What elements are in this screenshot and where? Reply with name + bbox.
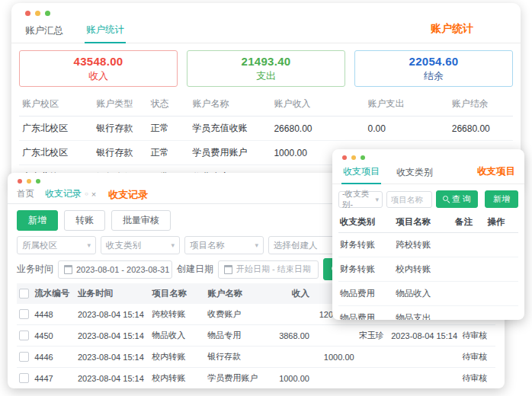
balance-value: 22054.60 bbox=[355, 55, 512, 68]
column-header: 备注 bbox=[453, 212, 486, 233]
status-badge: 待审核 bbox=[460, 368, 495, 389]
biz-time-label: 业务时间 bbox=[17, 263, 53, 276]
tab-label: 收支记录 bbox=[45, 187, 82, 200]
record-link[interactable]: 4450 bbox=[32, 325, 75, 346]
expense-stat-card: 21493.40 支出 bbox=[187, 50, 345, 87]
category-select[interactable]: 收支类别▾ bbox=[101, 236, 180, 254]
row-checkbox[interactable] bbox=[19, 373, 29, 383]
record-link[interactable]: 4448 bbox=[32, 304, 75, 325]
tab-account-summary[interactable]: 账户汇总 bbox=[24, 21, 65, 43]
tab-home[interactable]: 首页 bbox=[17, 188, 34, 200]
stats-tabbar: 账户汇总 账户统计 账户统计 bbox=[11, 16, 521, 43]
minimize-window-icon[interactable] bbox=[35, 11, 40, 16]
column-header: 项目名称 bbox=[149, 283, 205, 304]
column-header: 操作 bbox=[486, 212, 519, 233]
desktop: 账户汇总 账户统计 账户统计 43548.00 收入 21493.40 支出 2… bbox=[0, 0, 532, 396]
table-row: 物品费用物品收入 bbox=[338, 282, 518, 306]
income-label: 收入 bbox=[20, 69, 177, 83]
tab-income-expense-categories[interactable]: 收支类别 bbox=[395, 164, 434, 184]
items-filter-row: -收支类别-▾ 查 询 新增 bbox=[332, 184, 524, 212]
column-header: 业务时间 bbox=[75, 283, 149, 304]
campus-select[interactable]: 所属校区▾ bbox=[17, 236, 96, 254]
items-tabbar: 收支项目 收支类别 收支项目 bbox=[332, 160, 524, 184]
chevron-down-icon: ▾ bbox=[87, 241, 91, 249]
create-date-label: 创建日期 bbox=[177, 263, 213, 276]
items-table: 收支类别 项目名称 备注 操作 财务转账跨校转账 财务转账校内转账 物品费用物品… bbox=[338, 212, 518, 320]
tab-income-expense-records[interactable]: 收支记录 ○ × bbox=[45, 187, 96, 200]
column-header: 流水编号 bbox=[32, 283, 75, 304]
status-badge: 待审核 bbox=[460, 346, 495, 368]
table-row: 物品费用物品支出 bbox=[338, 306, 518, 321]
annotation-records: 收支记录 bbox=[108, 188, 148, 202]
column-header: 收入 bbox=[270, 283, 312, 304]
income-stat-card: 43548.00 收入 bbox=[19, 50, 178, 87]
column-header: 账户支出 bbox=[365, 92, 449, 117]
table-row: 财务转账跨校转账 bbox=[338, 233, 518, 257]
column-header: 账户结余 bbox=[449, 92, 513, 117]
window-controls bbox=[11, 3, 521, 16]
expense-value: 21493.40 bbox=[187, 55, 345, 68]
project-name-input[interactable] bbox=[386, 191, 432, 208]
table-row: 广东北校区银行存款正常学员充值收账26680.000.0026680.00 bbox=[19, 117, 513, 141]
add-button[interactable]: 新增 bbox=[485, 190, 518, 208]
column-header: 账户名称 bbox=[205, 283, 270, 304]
balance-stat-card: 22054.60 结余 bbox=[354, 50, 513, 87]
select-all-checkbox[interactable] bbox=[19, 289, 29, 299]
category-select[interactable]: -收支类别-▾ bbox=[338, 191, 383, 208]
create-date-range-input[interactable]: 开始日期 - 结束日期 bbox=[218, 260, 319, 279]
table-header-row: 收支类别 项目名称 备注 操作 bbox=[338, 212, 518, 233]
table-row: 财务转账校内转账 bbox=[338, 257, 518, 282]
project-select[interactable]: 项目名称▾ bbox=[184, 236, 264, 254]
row-checkbox[interactable] bbox=[19, 309, 29, 319]
column-header: 账户类型 bbox=[93, 92, 147, 117]
search-button[interactable]: 查 询 bbox=[436, 190, 478, 208]
circle-icon: ○ bbox=[85, 190, 88, 197]
maximize-window-icon[interactable] bbox=[45, 11, 50, 16]
annotation-items: 收支项目 bbox=[477, 165, 515, 178]
close-window-icon[interactable] bbox=[25, 11, 30, 16]
column-header: 账户名称 bbox=[190, 92, 271, 117]
stat-cards: 43548.00 收入 21493.40 支出 22054.60 结余 bbox=[11, 43, 521, 90]
row-checkbox[interactable] bbox=[19, 331, 29, 340]
table-header-row: 账户校区 账户类型 状态 账户名称 账户收入 账户支出 账户结余 bbox=[19, 92, 513, 117]
chevron-down-icon: ▾ bbox=[375, 196, 379, 203]
annotation-account-stats: 账户统计 bbox=[431, 22, 473, 36]
add-button[interactable]: 新增 bbox=[17, 210, 58, 231]
tab-account-statistics[interactable]: 账户统计 bbox=[85, 21, 126, 43]
income-value: 43548.00 bbox=[20, 55, 177, 68]
window-transaction-items: 收支项目 收支类别 收支项目 -收支类别-▾ 查 询 新增 收支类别 项目名称 … bbox=[332, 149, 524, 320]
column-header: 项目名称 bbox=[394, 212, 453, 233]
column-header: 账户校区 bbox=[19, 92, 93, 117]
record-link[interactable]: 4446 bbox=[32, 346, 75, 368]
record-link[interactable]: 4447 bbox=[32, 368, 75, 389]
expense-label: 支出 bbox=[187, 69, 345, 83]
tab-income-expense-items[interactable]: 收支项目 bbox=[341, 163, 381, 184]
balance-label: 结余 bbox=[355, 69, 512, 83]
table-row: 4447 2023-08-04 15:14 校内转账 学员费用账户 1000.0… bbox=[17, 368, 495, 389]
window-controls bbox=[332, 149, 524, 160]
close-tab-icon[interactable]: × bbox=[91, 190, 96, 199]
row-checkbox[interactable] bbox=[19, 352, 29, 362]
transfer-button[interactable]: 转账 bbox=[64, 210, 105, 231]
table-row: 4446 2023-08-04 15:14 校内转账 银行存款 1000.00 … bbox=[17, 346, 495, 368]
batch-review-button[interactable]: 批量审核 bbox=[111, 210, 171, 231]
column-header: 状态 bbox=[147, 92, 189, 117]
biz-date-range-input[interactable]: 2023-08-01 - 2023-08-31 bbox=[58, 260, 172, 279]
calendar-icon bbox=[224, 265, 232, 274]
status-badge: 待审核 bbox=[460, 325, 495, 346]
column-header: 收支类别 bbox=[338, 212, 394, 233]
column-header: 账户收入 bbox=[271, 92, 364, 117]
chevron-down-icon: ▾ bbox=[255, 241, 258, 249]
calendar-icon bbox=[64, 265, 72, 274]
chevron-down-icon: ▾ bbox=[171, 241, 175, 249]
search-icon bbox=[443, 196, 450, 203]
table-row: 4450 2023-08-04 15:14 物品收入 物品专用 3868.00 … bbox=[17, 325, 495, 346]
